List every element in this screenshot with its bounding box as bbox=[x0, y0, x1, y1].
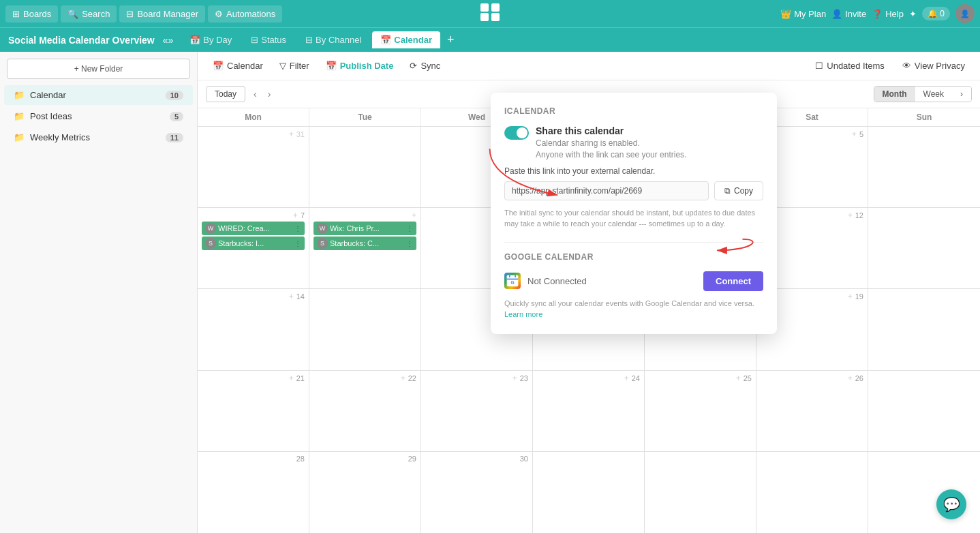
event-starbucks-1[interactable]: S Starbucks: I... ⋮ bbox=[202, 237, 305, 250]
day-empty-2 bbox=[756, 452, 868, 533]
status-icon: ⊟ bbox=[251, 35, 258, 45]
add-tab-button[interactable]: + bbox=[443, 33, 459, 47]
paste-label: Paste this link into your external calen… bbox=[504, 166, 763, 176]
learn-more-link[interactable]: Learn more bbox=[504, 310, 542, 318]
svg-rect-0 bbox=[480, 3, 489, 12]
connect-button[interactable]: Connect bbox=[703, 271, 763, 291]
share-toggle[interactable] bbox=[504, 126, 529, 140]
tab-by-channel[interactable]: ⊟ By Channel bbox=[297, 31, 369, 48]
tab-by-day[interactable]: 📅 By Day bbox=[181, 31, 240, 48]
tab-calendar[interactable]: 📅 Calendar bbox=[372, 31, 440, 48]
sync-icon: ⟳ bbox=[410, 61, 417, 71]
folder-icon: 📁 bbox=[14, 90, 25, 100]
day-1 bbox=[309, 127, 421, 207]
event-avatar-3: W bbox=[317, 223, 328, 234]
header-tue: Tue bbox=[309, 108, 421, 126]
boards-button[interactable]: ⊞ Boards bbox=[5, 5, 58, 22]
svg-rect-7 bbox=[507, 279, 519, 280]
day-26: +26 bbox=[756, 371, 868, 451]
settings-button[interactable]: ✦ bbox=[909, 9, 917, 19]
day-29: 29 bbox=[309, 452, 421, 533]
toolbar: 📅 Calendar ▽ Filter 📅 Publish Date ⟳ Syn… bbox=[198, 52, 980, 80]
folder-icon-3: 📁 bbox=[14, 132, 25, 142]
calendar-tab-icon: 📅 bbox=[380, 35, 391, 45]
day-31b bbox=[533, 452, 645, 533]
event-wix[interactable]: W Wix: Chris Pr... ⋮ bbox=[313, 222, 416, 235]
tab-status[interactable]: ⊟ Status bbox=[243, 31, 294, 48]
event-wired[interactable]: W WIRED: Crea... ⋮ bbox=[202, 222, 305, 235]
view-privacy-button[interactable]: 👁 View Privacy bbox=[895, 57, 972, 74]
copy-icon: ⧉ bbox=[724, 186, 731, 196]
day-21: +21 bbox=[198, 371, 309, 451]
day-empty-3 bbox=[868, 452, 980, 533]
sync-popup: iCalendar Share this calendar Calendar s… bbox=[491, 93, 777, 334]
section-divider bbox=[504, 242, 763, 243]
day-7: +7 W WIRED: Crea... ⋮ S Starbucks: I... … bbox=[198, 208, 309, 288]
prev-month-button[interactable]: ‹ bbox=[251, 89, 260, 100]
board-manager-button[interactable]: ⊟ Board Manager bbox=[119, 5, 205, 22]
header-mon: Mon bbox=[198, 108, 309, 126]
day-15 bbox=[309, 289, 421, 369]
search-icon: 🔍 bbox=[67, 9, 78, 19]
svg-rect-6 bbox=[515, 275, 516, 277]
gear-icon: ✦ bbox=[909, 9, 917, 19]
today-button[interactable]: Today bbox=[206, 86, 245, 102]
svg-rect-3 bbox=[491, 13, 500, 21]
event-avatar-4: S bbox=[317, 238, 328, 249]
toggle-knob bbox=[517, 127, 527, 138]
publish-date-icon: 📅 bbox=[326, 61, 337, 71]
event-starbucks-2[interactable]: S Starbucks: C... ⋮ bbox=[313, 237, 416, 250]
day-24: +24 bbox=[533, 371, 645, 451]
week-view-button[interactable]: Week bbox=[915, 87, 952, 102]
calendar-link-input[interactable] bbox=[504, 181, 709, 200]
second-bar: Social Media Calendar Overview «» 📅 By D… bbox=[0, 27, 980, 52]
main-layout: + New Folder 📁 Calendar 10 📁 Post Ideas … bbox=[0, 52, 980, 533]
app-logo bbox=[479, 2, 501, 25]
content-area: 📅 Calendar ▽ Filter 📅 Publish Date ⟳ Syn… bbox=[198, 52, 980, 533]
invite-button[interactable]: 👤 Invite bbox=[831, 9, 866, 19]
sidebar: + New Folder 📁 Calendar 10 📁 Post Ideas … bbox=[0, 52, 198, 533]
calendar-view-button[interactable]: 📅 Calendar bbox=[206, 57, 270, 74]
sidebar-item-weekly-metrics[interactable]: 📁 Weekly Metrics 11 bbox=[4, 127, 193, 147]
sidebar-item-post-ideas[interactable]: 📁 Post Ideas 5 bbox=[4, 106, 193, 126]
icalendar-title: iCalendar bbox=[504, 106, 763, 116]
event-avatar-2: S bbox=[205, 238, 216, 249]
user-avatar[interactable]: 👤 bbox=[955, 4, 975, 23]
month-view-button[interactable]: Month bbox=[874, 87, 915, 102]
sidebar-item-calendar[interactable]: 📁 Calendar 10 bbox=[4, 85, 193, 105]
chat-bubble[interactable]: 💬 bbox=[936, 489, 966, 519]
by-day-icon: 📅 bbox=[189, 35, 200, 45]
more-view-button[interactable]: › bbox=[952, 87, 971, 102]
day-22: +22 bbox=[309, 371, 421, 451]
day-28: 28 bbox=[198, 452, 309, 533]
board-title: Social Media Calendar Overview bbox=[8, 35, 155, 46]
google-calendar-icon: G bbox=[504, 273, 521, 289]
filter-button[interactable]: ▽ Filter bbox=[273, 57, 316, 74]
copy-button[interactable]: ⧉ Copy bbox=[714, 181, 763, 200]
by-channel-icon: ⊟ bbox=[305, 35, 313, 45]
day-8: + W Wix: Chris Pr... ⋮ S Starbucks: C...… bbox=[309, 208, 421, 288]
next-month-button[interactable]: › bbox=[265, 89, 274, 100]
day-31: +31 bbox=[198, 127, 309, 207]
day-13 bbox=[868, 208, 980, 288]
my-plan-button[interactable]: 👑 My Plan bbox=[780, 9, 826, 19]
new-folder-button[interactable]: + New Folder bbox=[7, 59, 190, 79]
sync-button[interactable]: ⟳ Sync bbox=[403, 57, 447, 74]
help-button[interactable]: ❓ Help bbox=[872, 9, 904, 19]
undated-items-button[interactable]: ☐ Undated Items bbox=[808, 57, 891, 74]
eye-icon: 👁 bbox=[902, 61, 911, 71]
day-27 bbox=[868, 371, 980, 451]
share-row: Share this calendar Calendar sharing is … bbox=[504, 125, 763, 161]
calendar-icon: 📅 bbox=[213, 61, 224, 71]
gcal-status: Not Connected bbox=[527, 276, 696, 286]
search-button[interactable]: 🔍 Search bbox=[61, 5, 117, 22]
publish-date-button[interactable]: 📅 Publish Date bbox=[319, 57, 401, 74]
automations-button[interactable]: ⚙ Automations bbox=[208, 5, 282, 22]
user-icon: 👤 bbox=[831, 9, 842, 19]
notifications-badge[interactable]: 🔔 0 bbox=[922, 7, 950, 20]
view-toggle: Month Week › bbox=[874, 86, 972, 102]
day-14: +14 bbox=[198, 289, 309, 369]
nav-arrows[interactable]: «» bbox=[163, 35, 174, 46]
board-manager-icon: ⊟ bbox=[126, 9, 134, 19]
folder-icon-2: 📁 bbox=[14, 111, 25, 121]
